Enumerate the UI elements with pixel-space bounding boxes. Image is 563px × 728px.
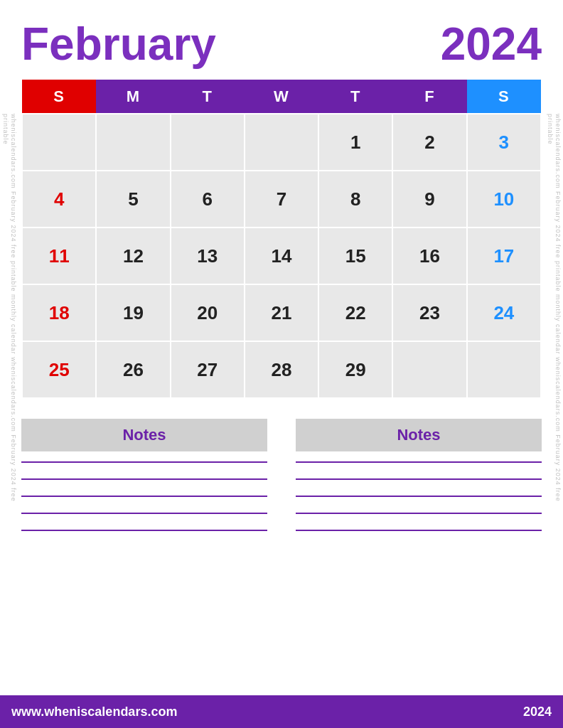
notes-lines-left (21, 461, 267, 531)
notes-section: Notes Notes (21, 419, 542, 531)
footer: www.wheniscalendars.com 2024 (0, 695, 563, 728)
calendar-day (392, 341, 466, 398)
calendar-day: 7 (245, 171, 318, 228)
calendar-day: 14 (245, 228, 318, 284)
watermark-text-left: wheniscalendars.com February 2024 free p… (1, 114, 17, 519)
notes-line (296, 530, 542, 531)
calendar-day: 9 (392, 171, 466, 228)
calendar-day (96, 114, 170, 171)
calendar-day: 6 (171, 171, 245, 228)
calendar-day: 5 (96, 171, 170, 228)
year-title: 2024 (441, 21, 542, 67)
calendar-day (22, 114, 96, 171)
notes-line (296, 478, 542, 480)
notes-header-right: Notes (296, 419, 542, 451)
calendar-day: 28 (245, 341, 318, 398)
calendar-day: 15 (318, 228, 392, 284)
notes-line (21, 513, 267, 514)
calendar-day: 20 (171, 284, 245, 341)
header-wednesday: W (245, 80, 318, 114)
watermark-right: wheniscalendars.com February 2024 free p… (546, 114, 562, 519)
calendar-day: 24 (467, 284, 541, 341)
calendar-day: 25 (22, 341, 96, 398)
calendar-header: February 2024 (21, 21, 542, 67)
calendar-day: 11 (22, 228, 96, 284)
calendar-day: 1 (318, 114, 392, 171)
calendar-day: 17 (467, 228, 541, 284)
notes-line (21, 461, 267, 463)
notes-line (296, 461, 542, 463)
calendar-day: 4 (22, 171, 96, 228)
header-thursday: T (318, 80, 392, 114)
calendar-day: 27 (171, 341, 245, 398)
calendar-day: 21 (245, 284, 318, 341)
page: February 2024 S M T W T F S 123456789101… (0, 0, 563, 728)
notes-line (296, 513, 542, 514)
notes-lines-right (296, 461, 542, 531)
calendar-day: 16 (392, 228, 466, 284)
calendar-day: 13 (171, 228, 245, 284)
header-saturday: S (467, 80, 541, 114)
calendar-day: 8 (318, 171, 392, 228)
header-monday: M (96, 80, 170, 114)
calendar-day: 18 (22, 284, 96, 341)
calendar-day: 10 (467, 171, 541, 228)
calendar-day: 2 (392, 114, 466, 171)
calendar-day: 23 (392, 284, 466, 341)
calendar-day: 12 (96, 228, 170, 284)
notes-line (21, 478, 267, 480)
watermark-left: wheniscalendars.com February 2024 free p… (1, 114, 17, 519)
calendar-table: S M T W T F S 12345678910111213141516171… (21, 80, 542, 399)
month-title: February (21, 21, 216, 67)
notes-header-left: Notes (21, 419, 267, 451)
header-sunday: S (22, 80, 96, 114)
notes-box-left: Notes (21, 419, 267, 531)
footer-year: 2024 (523, 705, 552, 719)
calendar-day: 19 (96, 284, 170, 341)
calendar-day: 26 (96, 341, 170, 398)
calendar-day (245, 114, 318, 171)
notes-box-right: Notes (296, 419, 542, 531)
calendar-day: 29 (318, 341, 392, 398)
notes-line (296, 496, 542, 497)
notes-line (21, 496, 267, 497)
calendar-day (467, 341, 541, 398)
calendar-day: 22 (318, 284, 392, 341)
notes-line (21, 530, 267, 531)
calendar-day: 3 (467, 114, 541, 171)
watermark-text-right: wheniscalendars.com February 2024 free p… (546, 114, 562, 519)
calendar-day (171, 114, 245, 171)
header-friday: F (392, 80, 466, 114)
header-tuesday: T (171, 80, 245, 114)
footer-url: www.wheniscalendars.com (11, 705, 177, 719)
